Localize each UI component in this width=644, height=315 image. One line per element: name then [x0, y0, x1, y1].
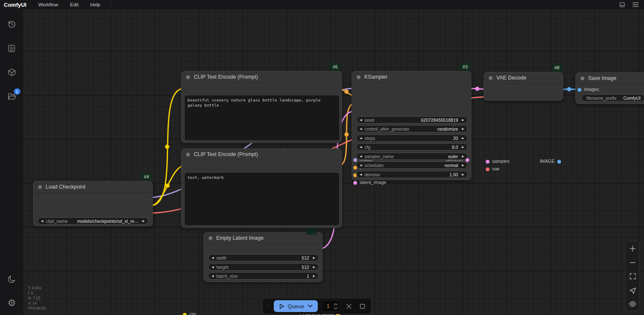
widget-label: scheduler [364, 163, 384, 168]
widget-left-arrow-icon[interactable]: ◀ [360, 164, 362, 167]
stat-iterations: I: 0 [28, 290, 46, 296]
widget-filename-prefix[interactable]: filename_prefix ComfyUI [581, 94, 644, 101]
history-icon[interactable] [7, 19, 17, 29]
prompt-textarea[interactable]: text, watermark [185, 173, 339, 225]
widget-ckpt-name[interactable]: ◀ ckpt_name models/checkpoints/sd_xl_re…… [38, 217, 148, 225]
node-title-bar[interactable]: Save Image [576, 73, 644, 84]
widget-left-arrow-icon[interactable]: ◀ [212, 256, 214, 260]
input-port-images[interactable] [578, 88, 581, 92]
node-title: KSampler [364, 74, 388, 80]
node-ksampler[interactable]: #3 KSampler model positive negative late… [352, 71, 471, 180]
node-library-icon[interactable] [7, 43, 17, 53]
node-title-bar[interactable]: KSampler [352, 71, 471, 83]
widget-right-arrow-icon[interactable]: ▶ [462, 145, 464, 149]
bottom-panel-toggle-icon[interactable] [619, 2, 625, 8]
widget-scheduler[interactable]: ◀ scheduler normal ▶ [356, 162, 468, 169]
widget-left-arrow-icon[interactable]: ◀ [360, 137, 362, 140]
toggle-links-eye-icon[interactable] [629, 301, 636, 307]
widget-left-arrow-icon[interactable]: ◀ [212, 266, 214, 269]
widget-width[interactable]: ◀ width 512 ▶ [208, 254, 319, 261]
node-title-bar[interactable]: CLIP Text Encode (Prompt) [182, 149, 341, 160]
widget-value: 620728455518819 [421, 118, 458, 123]
zoom-out-icon[interactable] [629, 259, 636, 266]
clear-queue-button[interactable] [344, 301, 354, 311]
node-title-bar[interactable]: Load Checkpoint [33, 181, 152, 193]
widget-right-arrow-icon[interactable]: ▶ [462, 164, 464, 167]
node-clip-text-encode-positive[interactable]: #6 CLIP Text Encode (Prompt) clip CONDIT… [181, 71, 342, 143]
queue-button-label: Queue [288, 303, 304, 310]
widget-steps[interactable]: ◀ steps 20 ▶ [356, 134, 468, 142]
input-port-model[interactable] [353, 158, 357, 162]
widget-sampler-name[interactable]: ◀ sampler_name euler ▶ [356, 153, 468, 160]
widget-right-arrow-icon[interactable]: ▶ [143, 219, 145, 223]
node-status-dot [357, 75, 361, 79]
spinner-up-icon[interactable] [334, 303, 338, 306]
theme-toggle-icon[interactable] [7, 274, 17, 284]
widget-label: denoise [364, 172, 380, 177]
widget-value: 512 [302, 255, 309, 260]
spinner-down-icon[interactable] [334, 307, 338, 310]
widget-left-arrow-icon[interactable]: ◀ [360, 127, 362, 131]
node-empty-latent-image[interactable]: Empty Latent Image LATENT ◀ width 512 ▶ … [204, 232, 322, 282]
widget-right-arrow-icon[interactable]: ▶ [313, 266, 315, 269]
drag-handle[interactable]: ⋮ [265, 304, 270, 308]
output-port-image[interactable] [557, 160, 561, 164]
prompt-textarea[interactable]: beautiful scenery nature glass bottle la… [185, 96, 339, 140]
batch-count-input[interactable]: 1 [322, 300, 340, 312]
input-port-samples[interactable] [486, 160, 490, 164]
queue-button[interactable]: Queue [274, 300, 318, 312]
fit-view-icon[interactable] [629, 273, 636, 280]
node-title: Load Checkpoint [46, 184, 85, 190]
widget-right-arrow-icon[interactable]: ▶ [462, 173, 464, 176]
input-port-latent-image[interactable] [353, 181, 357, 185]
widget-right-arrow-icon[interactable]: ▶ [313, 256, 315, 260]
menu-help[interactable]: Help [84, 2, 106, 7]
zoom-in-icon[interactable] [629, 245, 636, 252]
node-title-bar[interactable]: CLIP Text Encode (Prompt) [182, 71, 341, 83]
input-label-vae: vae [492, 166, 500, 171]
widget-value: 1.00 [449, 172, 458, 177]
widget-right-arrow-icon[interactable]: ▶ [462, 155, 464, 158]
widget-left-arrow-icon[interactable]: ◀ [41, 219, 43, 223]
widget-batch-size[interactable]: ◀ batch_size 1 ▶ [208, 272, 319, 279]
queue-toolbar: ⋮ Queue 1 [262, 298, 372, 314]
input-label-latent-image: latent_image [360, 180, 386, 185]
node-clip-text-encode-negative[interactable]: CLIP Text Encode (Prompt) clip CONDITION… [181, 148, 342, 228]
batch-count-value: 1 [322, 303, 334, 309]
widget-seed[interactable]: ◀ seed 620728455518819 ▶ [356, 116, 468, 123]
widget-left-arrow-icon[interactable]: ◀ [360, 155, 362, 158]
node-vae-decode[interactable]: #8 VAE Decode samples vae IMAGE [484, 72, 563, 101]
input-port-clip[interactable] [183, 313, 187, 315]
node-title-bar[interactable]: VAE Decode [484, 72, 563, 84]
input-port-vae[interactable] [486, 167, 490, 171]
widget-right-arrow-icon[interactable]: ▶ [462, 118, 464, 122]
widget-right-arrow-icon[interactable]: ▶ [462, 137, 464, 140]
hamburger-menu-icon[interactable] [632, 2, 639, 7]
menu-edit[interactable]: Edit [64, 2, 85, 7]
widget-right-arrow-icon[interactable]: ▶ [462, 127, 464, 131]
menu-workflow[interactable]: Workflow [32, 2, 64, 7]
widget-cfg[interactable]: ◀ cfg 8.0 ▶ [356, 143, 468, 151]
widget-denoise[interactable]: ◀ denoise 1.00 ▶ [356, 171, 468, 178]
node-id-badge: #3 [460, 63, 471, 71]
node-title-bar[interactable]: Empty Latent Image [204, 233, 322, 244]
widget-left-arrow-icon[interactable]: ◀ [360, 145, 362, 149]
widget-left-arrow-icon[interactable]: ◀ [360, 118, 362, 122]
workflows-icon[interactable]: 1 [7, 91, 17, 101]
widget-left-arrow-icon[interactable]: ◀ [360, 173, 362, 176]
model-library-icon[interactable] [7, 67, 17, 77]
widget-left-arrow-icon[interactable]: ◀ [212, 274, 214, 278]
pan-mode-icon[interactable] [629, 287, 636, 294]
node-load-checkpoint[interactable]: #4 Load Checkpoint MODEL CLIP VAE ◀ ckpt… [33, 181, 153, 226]
node-title: CLIP Text Encode (Prompt) [194, 151, 258, 157]
input-label-images: images [584, 87, 599, 92]
stop-button[interactable] [358, 301, 367, 311]
node-save-image[interactable]: Save Image images filename_prefix ComfyU… [575, 72, 644, 104]
widget-control-after-generate[interactable]: ◀ control_after_generate randomize ▶ [356, 125, 468, 132]
settings-gear-icon[interactable]: ⚙ [7, 298, 17, 308]
widget-height[interactable]: ◀ height 512 ▶ [208, 263, 319, 271]
widget-value: normal [445, 163, 458, 168]
widget-right-arrow-icon[interactable]: ▶ [313, 274, 315, 278]
widget-label: filename_prefix [586, 96, 616, 101]
node-status-dot [209, 236, 212, 240]
